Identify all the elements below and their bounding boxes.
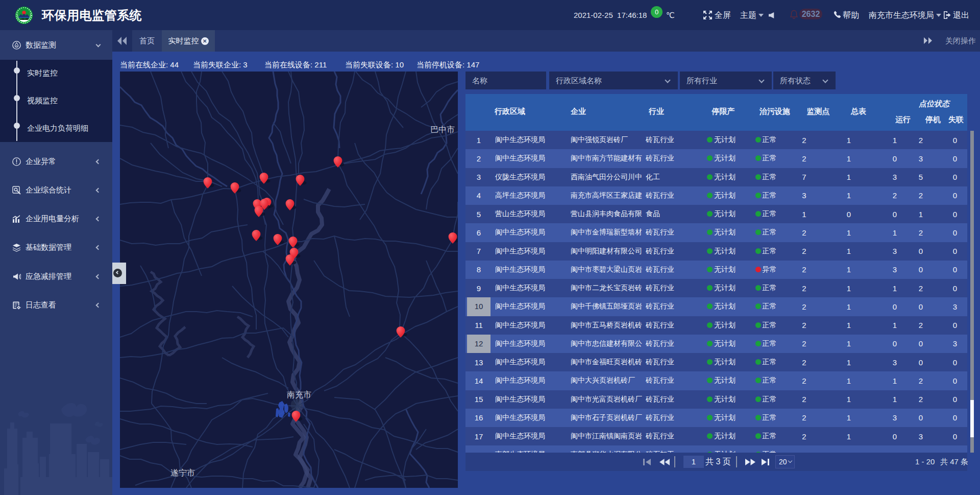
svg-text:遂宁市: 遂宁市 — [170, 468, 195, 477]
svg-text:巴中市: 巴中市 — [430, 125, 455, 134]
svg-text:南充市: 南充市 — [287, 390, 311, 399]
